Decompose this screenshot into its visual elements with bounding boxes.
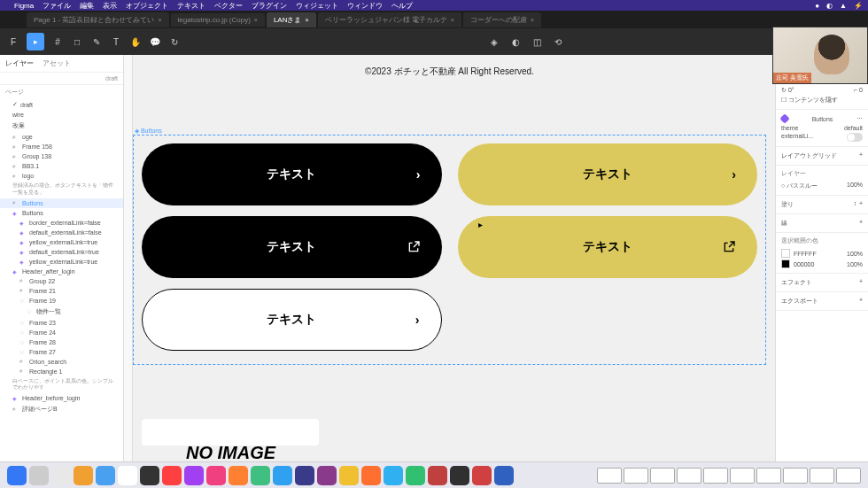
dock-app[interactable]: [229, 466, 248, 485]
assets-tab[interactable]: アセット: [43, 58, 71, 68]
dock-app[interactable]: [140, 466, 159, 485]
button-border[interactable]: テキスト›: [142, 289, 442, 351]
layer-item[interactable]: ◈Buttons: [0, 208, 123, 218]
close-icon[interactable]: ×: [254, 17, 258, 23]
dock-app[interactable]: [162, 466, 182, 485]
layer-item[interactable]: ♡Frame 23: [0, 318, 123, 328]
dock-app[interactable]: [206, 466, 226, 485]
layer-item[interactable]: #Buttons: [0, 198, 123, 208]
frame-label[interactable]: ◈ Buttons: [135, 128, 162, 135]
layer-item[interactable]: #Rectangle 1: [0, 367, 123, 376]
layer-item[interactable]: #詳細ページB: [0, 403, 123, 415]
layer-item[interactable]: #logo: [0, 171, 123, 181]
dock-app[interactable]: [317, 466, 337, 485]
page-item[interactable]: wire: [0, 110, 123, 120]
dock-window[interactable]: [677, 468, 701, 484]
color-swatch[interactable]: 000000100%: [781, 259, 863, 269]
layout-grid-label[interactable]: レイアウトグリッド: [781, 151, 837, 160]
menu-window[interactable]: ウィンドウ: [347, 1, 383, 11]
text-tool[interactable]: T: [110, 35, 122, 48]
component-icon[interactable]: ◈: [488, 35, 500, 48]
layer-item[interactable]: ♡Frame 19: [0, 296, 123, 306]
dock-window[interactable]: [703, 468, 728, 484]
dock-app[interactable]: [7, 466, 27, 485]
dock-window[interactable]: [650, 468, 675, 484]
layer-item[interactable]: ♡Frame 24: [0, 328, 123, 337]
figma-menu-icon[interactable]: F: [7, 35, 19, 48]
button-yellow-ext[interactable]: テキスト: [458, 216, 758, 278]
dock-app[interactable]: [251, 466, 270, 485]
dock-app[interactable]: [295, 466, 314, 485]
file-tab[interactable]: legatostrip.co.jp (Copy)×: [171, 13, 265, 27]
stroke-label[interactable]: 線: [781, 219, 787, 228]
layer-item[interactable]: #Group 22: [0, 276, 123, 286]
layer-item[interactable]: #oge: [0, 132, 123, 142]
layer-item[interactable]: #Orion_search: [0, 357, 123, 367]
color-swatch[interactable]: FFFFFF100%: [781, 248, 863, 259]
dock-app[interactable]: [273, 466, 292, 485]
refresh-icon[interactable]: ↻: [168, 35, 181, 48]
dock-window[interactable]: [836, 468, 861, 484]
file-tab[interactable]: ベリーラッシュジャパン様 電子カルテ×: [318, 12, 461, 27]
dock-app[interactable]: [384, 466, 403, 485]
dock-app[interactable]: [339, 466, 359, 485]
button-default-ext[interactable]: テキスト: [142, 216, 442, 278]
toggle[interactable]: [847, 133, 863, 142]
dock-window[interactable]: [624, 468, 648, 484]
layer-item[interactable]: ◈Header_after_login: [0, 267, 123, 276]
hand-tool[interactable]: ✋: [129, 35, 142, 48]
layer-item[interactable]: #Group 138: [0, 151, 123, 161]
app-name[interactable]: Figma: [14, 2, 34, 10]
menu-help[interactable]: ヘルプ: [391, 1, 413, 11]
page-item[interactable]: ✓ draft: [0, 99, 123, 110]
layer-item[interactable]: ◈yellow_externalLink=true: [0, 237, 123, 247]
layer-item[interactable]: #BB3.1: [0, 161, 123, 171]
dock-app[interactable]: [118, 466, 137, 485]
mask-icon[interactable]: ◐: [509, 35, 522, 48]
close-icon[interactable]: ×: [158, 17, 161, 23]
page-item[interactable]: 改案: [0, 120, 123, 132]
dock-app[interactable]: [74, 466, 93, 485]
menu-object[interactable]: オブジェクト: [126, 1, 168, 11]
layer-item[interactable]: ◈default_externalLink=true: [0, 247, 123, 257]
dock-app[interactable]: [494, 466, 514, 485]
reset-icon[interactable]: ⟲: [552, 35, 564, 48]
dock-app[interactable]: [450, 466, 469, 485]
page-dropdown[interactable]: draft: [0, 73, 123, 85]
frame-tool[interactable]: #: [51, 35, 64, 48]
layer-item[interactable]: ◈yellow_externalLink=true: [0, 257, 123, 267]
dock-app[interactable]: [406, 466, 425, 485]
dock-window[interactable]: [756, 468, 781, 484]
pen-tool[interactable]: ✎: [90, 35, 103, 48]
video-overlay[interactable]: 庄司 美雪氏: [772, 27, 868, 84]
menu-text[interactable]: テキスト: [177, 1, 205, 11]
close-icon[interactable]: ×: [305, 17, 308, 23]
menu-widget[interactable]: ウィジェット: [296, 1, 338, 11]
layer-item[interactable]: ◈default_externalLink=false: [0, 228, 123, 237]
layers-tab[interactable]: レイヤー: [5, 58, 34, 68]
button-default[interactable]: テキスト›: [142, 143, 442, 205]
canvas[interactable]: ©2023 ボチッと不動産 All Right Reserved. ◈ Butt…: [124, 55, 775, 461]
dock-app[interactable]: [51, 466, 71, 485]
layer-item[interactable]: ◈Header_before_login: [0, 393, 123, 403]
file-tab[interactable]: Page 1 - 英語表目録と合わせてみてい×: [27, 12, 169, 27]
rect-tool[interactable]: □: [71, 35, 83, 48]
file-tab[interactable]: LANさま×: [267, 12, 316, 27]
menu-edit[interactable]: 編集: [80, 1, 94, 11]
dock-app[interactable]: [361, 466, 381, 485]
effect-label[interactable]: エフェクト: [781, 278, 812, 287]
dock-window[interactable]: [783, 468, 808, 484]
dock-window[interactable]: [810, 468, 834, 484]
close-icon[interactable]: ×: [531, 17, 534, 23]
menu-file[interactable]: ファイル: [43, 1, 71, 11]
dock-app[interactable]: [472, 466, 492, 485]
close-icon[interactable]: ×: [451, 17, 454, 23]
layer-item[interactable]: #Frame 158: [0, 142, 123, 151]
layer-item[interactable]: ◈border_externalLink=false: [0, 218, 123, 228]
move-tool[interactable]: ▸: [27, 33, 44, 50]
menu-plugin[interactable]: プラグイン: [252, 1, 287, 11]
layer-item[interactable]: ♡Frame 27: [0, 347, 123, 357]
instance-name[interactable]: Buttons: [812, 116, 833, 122]
dock-app[interactable]: [428, 466, 447, 485]
fill-label[interactable]: 塗り: [781, 200, 794, 209]
